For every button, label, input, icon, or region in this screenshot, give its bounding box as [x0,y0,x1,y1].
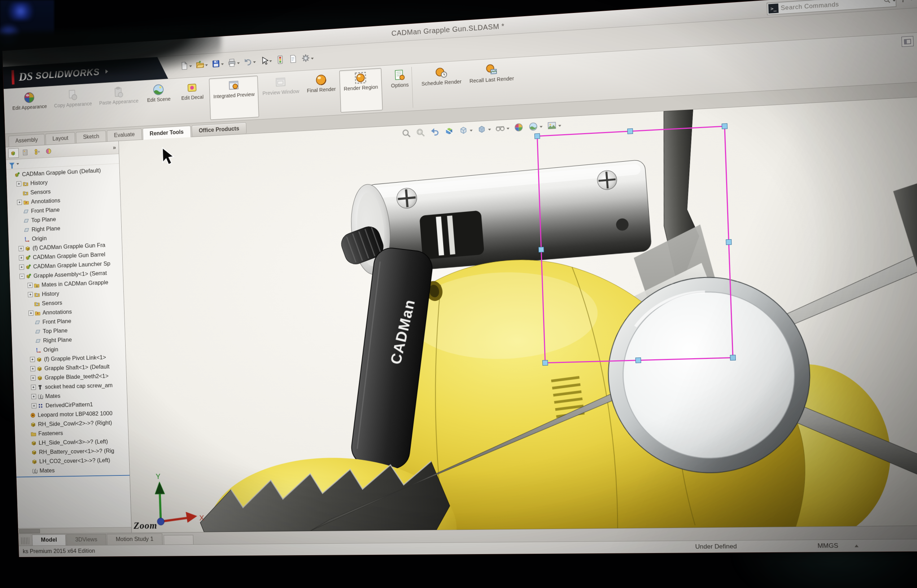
collapse-pane-icon[interactable] [901,36,914,47]
print-button[interactable] [226,57,241,70]
menu-expand-icon[interactable] [106,69,108,74]
tree-expander[interactable]: + [29,310,34,316]
options-button[interactable] [300,52,315,66]
tree-item[interactable]: Mates [16,465,129,476]
region-handle[interactable] [539,247,544,252]
hud-previous-view-button[interactable] [429,126,440,139]
file-properties-button[interactable] [288,53,298,66]
tree-expander[interactable]: + [30,357,35,362]
tab-layout[interactable]: Layout [45,132,75,145]
new-document-button[interactable] [179,60,193,73]
search-input[interactable]: Search Commands [781,0,883,11]
edit-appearance-button[interactable]: Edit Appearance [9,88,51,131]
hud-apply-scene-button[interactable] [527,121,543,134]
filter-dropdown-icon[interactable] [16,163,19,165]
hud-hide-show-items-button[interactable] [495,123,509,135]
graphics-viewport[interactable]: CADMan [119,95,917,533]
dropdown-arrow-icon[interactable] [558,125,561,127]
dropdown-arrow-icon[interactable] [205,64,208,66]
hud-display-style-button[interactable] [476,124,491,136]
copy-appearance-button[interactable]: Copy Appearance [50,86,96,129]
propertymanager-tab[interactable] [20,147,31,157]
dropdown-arrow-icon[interactable] [221,63,224,65]
help-button[interactable]: ? [901,0,906,4]
tree-expander[interactable]: + [31,376,36,381]
tab-assembly[interactable]: Assembly [8,134,45,147]
configurationmanager-tab[interactable] [31,147,42,157]
tree-expander[interactable]: + [31,394,36,399]
hud-view-settings-button[interactable] [547,120,561,133]
hud-view-orientation-button[interactable] [458,124,473,137]
tree-expander[interactable]: + [30,366,36,372]
panel-more-button[interactable]: » [113,144,116,151]
dropdown-arrow-icon[interactable] [269,60,272,62]
tab-model[interactable]: Model [32,534,66,546]
tree-expander[interactable]: − [19,274,24,279]
tab-evaluate[interactable]: Evaluate [107,128,142,141]
region-handle[interactable] [542,360,548,366]
schedule-render-button[interactable]: Schedule Render [417,63,466,108]
region-handle[interactable] [636,357,641,363]
paste-appearance-icon [113,86,124,99]
hud-zoom-to-area-button[interactable] [416,127,426,139]
dropdown-arrow-icon[interactable] [253,61,256,63]
featuremanager-tab[interactable] [8,148,19,158]
integrated-preview-button[interactable]: Integrated Preview [209,76,259,120]
dropdown-arrow-icon[interactable] [540,126,542,128]
open-button[interactable] [195,59,209,72]
dropdown-arrow-icon[interactable] [311,57,314,59]
region-handle[interactable] [627,128,633,134]
options-button[interactable]: Options [382,66,418,110]
tree-expander[interactable]: + [16,181,21,186]
units-dropdown-icon[interactable] [855,544,859,547]
tree-horizontal-scrollbar[interactable] [18,527,131,533]
final-render-button[interactable]: Final Render [303,71,340,115]
dropdown-arrow-icon[interactable] [488,129,491,131]
tree-expander[interactable]: + [19,255,24,260]
filter-funnel-icon[interactable] [10,162,15,166]
edit-decal-button[interactable]: Edit Decal [175,79,210,122]
hud-zoom-to-fit-button[interactable] [401,128,412,141]
tree-item-label: Sensors [42,299,62,307]
tree-expander[interactable]: + [31,384,36,390]
select-button[interactable] [259,55,273,68]
scrollbar-thumb[interactable] [19,529,40,533]
preview-window-button[interactable]: Preview Window [259,73,304,117]
units-indicator[interactable]: MMGS [817,542,838,550]
tab-scroll-grip[interactable] [21,538,29,544]
displaymanager-tab[interactable] [43,146,54,156]
help-dropdown-icon[interactable] [910,0,913,0]
dropdown-arrow-icon[interactable] [189,65,192,67]
region-handle[interactable] [534,133,540,139]
undo-button[interactable] [243,55,257,69]
save-button[interactable] [211,58,225,71]
tab-motion-study-1[interactable]: Motion Study 1 [107,533,162,545]
tree-expander[interactable]: + [18,246,23,252]
tab-sketch[interactable]: Sketch [76,130,106,143]
search-icon[interactable] [883,0,891,6]
rebuild-button[interactable] [275,54,286,67]
search-dropdown-icon[interactable] [893,0,896,2]
tab-3dviews[interactable]: 3DViews [66,534,107,546]
region-handle[interactable] [726,239,731,245]
dropdown-arrow-icon[interactable] [237,62,240,64]
hud-edit-appearance-button[interactable] [513,122,524,134]
tab-ghost [164,535,194,545]
render-region-box[interactable] [537,126,733,363]
dropdown-arrow-icon[interactable] [470,129,473,131]
grapple-gun-model[interactable]: CADMan [119,95,917,533]
edit-scene-button[interactable]: Edit Scene [142,81,176,124]
recall-last-render-button[interactable]: Recall Last Render [465,60,519,105]
render-region-button[interactable]: Render Region [339,68,383,113]
dropdown-arrow-icon[interactable] [507,128,509,129]
tree-expander[interactable]: + [17,199,22,205]
select-icon [259,56,269,67]
tree-expander[interactable]: + [28,292,33,297]
tree-expander[interactable]: + [27,283,32,288]
region-handle[interactable] [730,355,736,361]
paste-appearance-button[interactable]: Paste Appearance [95,83,142,127]
region-handle[interactable] [722,123,728,129]
tree-expander[interactable]: + [31,403,36,409]
tree-expander[interactable]: + [19,265,24,270]
hud-section-view-button[interactable] [444,126,455,138]
